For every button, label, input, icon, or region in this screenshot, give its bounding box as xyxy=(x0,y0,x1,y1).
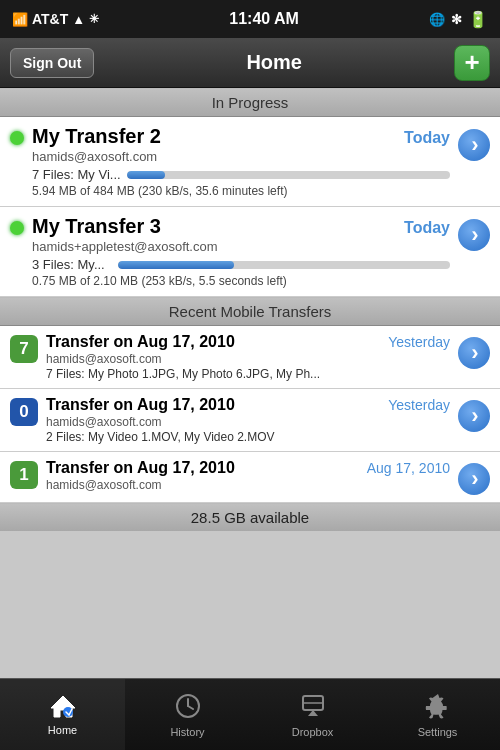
recent-item-2: 0 Transfer on Aug 17, 2010 Yesterday ham… xyxy=(0,389,500,452)
transfer-files-1: 7 Files: My Vi... xyxy=(32,167,121,182)
recent-content-2: Transfer on Aug 17, 2010 Yesterday hamid… xyxy=(46,396,450,444)
transfer-name-1: My Transfer 2 xyxy=(32,125,161,148)
tab-settings-label: Settings xyxy=(418,726,458,738)
recent-content-1: Transfer on Aug 17, 2010 Yesterday hamid… xyxy=(46,333,450,381)
badge-3: 1 xyxy=(10,461,38,489)
progress-bar-bg-2 xyxy=(118,261,450,269)
badge-1: 7 xyxy=(10,335,38,363)
tab-bar: Home History Dropbox xyxy=(0,678,500,750)
activity-icon: ✳ xyxy=(89,12,99,26)
globe-icon: 🌐 xyxy=(429,12,445,27)
recent-title-row-2: Transfer on Aug 17, 2010 Yesterday xyxy=(46,396,450,414)
in-progress-header: In Progress xyxy=(0,88,500,117)
active-indicator-2 xyxy=(10,221,24,235)
dropbox-icon xyxy=(299,692,327,724)
recent-files-2: 2 Files: My Video 1.MOV, My Video 2.MOV xyxy=(46,430,450,444)
transfer-files-2: 3 Files: My... xyxy=(32,257,112,272)
recent-files-1: 7 Files: My Photo 1.JPG, My Photo 6.JPG,… xyxy=(46,367,450,381)
tab-home-label: Home xyxy=(48,724,77,736)
transfer-title-row-1: My Transfer 2 Today xyxy=(32,125,450,148)
transfer-date-1: Today xyxy=(404,129,450,147)
tab-home[interactable]: Home xyxy=(0,679,125,750)
recent-email-1: hamids@axosoft.com xyxy=(46,352,450,366)
recent-title-row-1: Transfer on Aug 17, 2010 Yesterday xyxy=(46,333,450,351)
recent-email-3: hamids@axosoft.com xyxy=(46,478,450,492)
recent-content-3: Transfer on Aug 17, 2010 Aug 17, 2010 ha… xyxy=(46,459,450,492)
progress-bar-fill-2 xyxy=(118,261,234,269)
sign-out-button[interactable]: Sign Out xyxy=(10,48,94,78)
transfer-date-2: Today xyxy=(404,219,450,237)
storage-bar: 28.5 GB available xyxy=(0,503,500,531)
active-indicator-1 xyxy=(10,131,24,145)
transfer-info-1: 5.94 MB of 484 MB (230 kB/s, 35.6 minute… xyxy=(32,184,450,198)
settings-icon xyxy=(424,692,452,724)
recent-item-1: 7 Transfer on Aug 17, 2010 Yesterday ham… xyxy=(0,326,500,389)
tab-settings[interactable]: Settings xyxy=(375,679,500,750)
home-icon xyxy=(49,694,77,722)
transfer-item-1: My Transfer 2 Today hamids@axosoft.com 7… xyxy=(0,117,500,207)
recent-title-2: Transfer on Aug 17, 2010 xyxy=(46,396,235,414)
recent-date-2: Yesterday xyxy=(388,397,450,413)
status-right: 🌐 ✻ 🔋 xyxy=(429,10,488,29)
tab-dropbox[interactable]: Dropbox xyxy=(250,679,375,750)
transfer-email-2: hamids+appletest@axosoft.com xyxy=(32,239,450,254)
transfer-progress-row-2: 3 Files: My... xyxy=(32,257,450,272)
recent-title-1: Transfer on Aug 17, 2010 xyxy=(46,333,235,351)
wifi-icon: ▲ xyxy=(72,12,85,27)
tab-dropbox-label: Dropbox xyxy=(292,726,334,738)
recent-date-3: Aug 17, 2010 xyxy=(367,460,450,476)
recent-title-row-3: Transfer on Aug 17, 2010 Aug 17, 2010 xyxy=(46,459,450,477)
tab-history[interactable]: History xyxy=(125,679,250,750)
progress-bar-bg-1 xyxy=(127,171,450,179)
add-button[interactable]: + xyxy=(454,45,490,81)
bluetooth-icon: ✻ xyxy=(451,12,462,27)
nav-bar: Sign Out Home + xyxy=(0,38,500,88)
recent-chevron-3[interactable] xyxy=(458,463,490,495)
status-bar: 📶 AT&T ▲ ✳ 11:40 AM 🌐 ✻ 🔋 xyxy=(0,0,500,38)
transfer-content-2: My Transfer 3 Today hamids+appletest@axo… xyxy=(32,215,450,288)
recent-title-3: Transfer on Aug 17, 2010 xyxy=(46,459,235,477)
transfer-content-1: My Transfer 2 Today hamids@axosoft.com 7… xyxy=(32,125,450,198)
transfer-title-row-2: My Transfer 3 Today xyxy=(32,215,450,238)
recent-email-2: hamids@axosoft.com xyxy=(46,415,450,429)
transfer-name-2: My Transfer 3 xyxy=(32,215,161,238)
transfer-email-1: hamids@axosoft.com xyxy=(32,149,450,164)
recent-chevron-2[interactable] xyxy=(458,400,490,432)
svg-line-4 xyxy=(188,706,193,709)
tab-history-label: History xyxy=(170,726,204,738)
battery-icon: 🔋 xyxy=(468,10,488,29)
signal-icon: 📶 xyxy=(12,12,28,27)
recent-chevron-1[interactable] xyxy=(458,337,490,369)
recent-mobile-header: Recent Mobile Transfers xyxy=(0,297,500,326)
badge-2: 0 xyxy=(10,398,38,426)
recent-date-1: Yesterday xyxy=(388,334,450,350)
recent-item-3: 1 Transfer on Aug 17, 2010 Aug 17, 2010 … xyxy=(0,452,500,503)
transfer-chevron-1[interactable] xyxy=(458,129,490,161)
transfer-progress-row-1: 7 Files: My Vi... xyxy=(32,167,450,182)
progress-bar-fill-1 xyxy=(127,171,166,179)
transfer-chevron-2[interactable] xyxy=(458,219,490,251)
nav-title: Home xyxy=(246,51,302,74)
status-time: 11:40 AM xyxy=(229,10,299,28)
carrier-label: AT&T xyxy=(32,11,68,27)
transfer-info-2: 0.75 MB of 2.10 MB (253 kB/s, 5.5 second… xyxy=(32,274,450,288)
transfer-item-2: My Transfer 3 Today hamids+appletest@axo… xyxy=(0,207,500,297)
status-left: 📶 AT&T ▲ ✳ xyxy=(12,11,99,27)
history-icon xyxy=(174,692,202,724)
